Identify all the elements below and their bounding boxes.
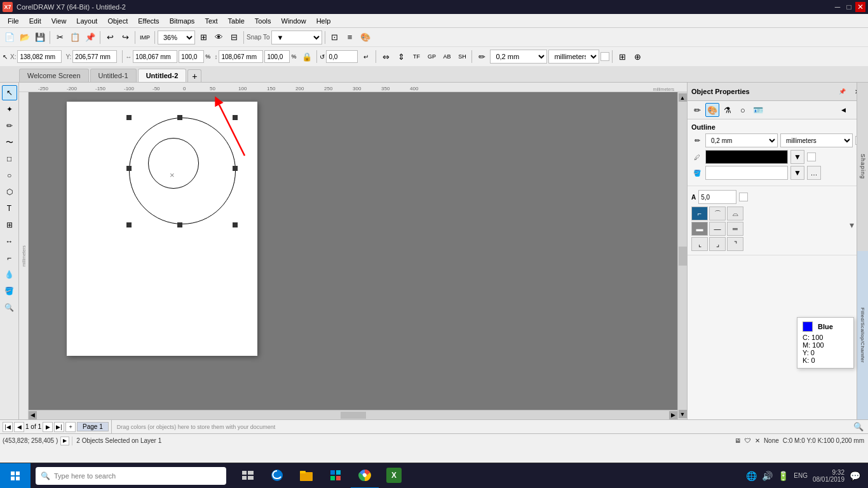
corner-lock-checkbox[interactable] [739,193,748,201]
outline-color-dropdown[interactable]: ▼ [790,150,804,164]
handle-tl[interactable] [126,115,132,120]
tool-table[interactable]: ⊞ [2,217,17,233]
scroll-bottom[interactable]: ◀ ▶ [29,410,677,419]
tool-polygon[interactable]: ⬡ [2,184,17,200]
network-icon[interactable]: 🌐 [746,471,757,481]
close-button[interactable]: ✕ [855,2,865,12]
scroll-up-button[interactable]: ▲ [679,93,687,102]
tool-rectangle[interactable]: □ [2,151,17,166]
page-last-button[interactable]: ▶| [54,422,64,432]
maximize-button[interactable]: □ [844,2,854,12]
menu-help[interactable]: Help [311,16,336,26]
prop-tab-outline[interactable]: ✏ [690,103,704,117]
handle-bm[interactable] [177,222,182,227]
outline-fill-picker[interactable] [705,166,788,180]
scroll-thumb-right[interactable] [679,247,687,266]
outline-color-picker[interactable] [705,150,788,164]
start-button[interactable] [0,463,31,489]
taskbar-task-view[interactable] [234,463,262,489]
w-pct-input[interactable] [179,50,204,63]
tab-welcome[interactable]: Welcome Screen [19,69,89,82]
scroll-thumb-bottom[interactable] [341,412,366,419]
menu-text[interactable]: Text [200,16,222,26]
menu-view[interactable]: View [46,16,72,26]
panel-expand-bottom[interactable]: ▾ [847,217,857,233]
outline-unit-dropdown[interactable]: millimeters [548,50,599,64]
extra-btn1[interactable]: ⊞ [615,50,629,64]
menu-table[interactable]: Table [223,16,250,26]
tab-add-button[interactable]: + [187,69,201,82]
page-prev-button[interactable]: ◀ [14,422,24,432]
handle-ml[interactable] [126,166,132,171]
h-pct-input[interactable] [264,50,290,63]
corner-btn-flat2[interactable]: — [709,222,726,236]
outline-unit-select[interactable]: millimeters [780,133,853,147]
tool-fill[interactable]: 🪣 [2,283,17,299]
handle-mr[interactable] [233,166,238,171]
snap-to-dropdown[interactable]: ▼ [271,30,322,44]
page-tab[interactable]: Page 1 [77,422,109,431]
tool-connector[interactable]: ⌐ [2,250,17,266]
copy-button[interactable]: 📋 [68,30,82,44]
transform-btn4[interactable]: SH [455,50,469,64]
menu-edit[interactable]: Edit [24,16,46,26]
new-button[interactable]: 📄 [3,30,17,44]
panel-expand-button[interactable]: ◀ [836,103,850,117]
snap-btn2[interactable]: ≡ [343,30,357,44]
corner-btn-bottom-left[interactable]: ⌞ [691,237,708,251]
outline-color-checkbox[interactable] [807,152,816,161]
menu-tools[interactable]: Tools [250,16,276,26]
mirror-v-button[interactable]: ⇕ [394,50,408,64]
rotation-input[interactable] [326,50,358,63]
zoom-dropdown[interactable]: 36% 50% 100% [158,30,195,44]
tool-eyedropper[interactable]: 💧 [2,267,17,282]
outline-width-select[interactable]: 0,2 mm [705,133,778,147]
save-button[interactable]: 💾 [33,30,47,44]
taskbar-store[interactable] [322,463,349,489]
tool-freehand[interactable]: ✏ [2,118,17,133]
page-first-button[interactable]: |◀ [3,422,13,432]
corner-btn-square[interactable]: ⌐ [691,207,708,220]
mirror-h-button[interactable]: ⇔ [379,50,393,64]
taskbar-search-box[interactable]: 🔍 [36,467,226,485]
outline-more-button[interactable]: … [807,166,821,180]
transform-btn2[interactable]: GP [424,50,438,64]
handle-tr[interactable] [233,115,238,120]
handle-br[interactable] [233,222,238,227]
battery-icon[interactable]: 🔋 [778,471,789,481]
tool-picker[interactable]: ✦ [2,102,17,117]
tool-ellipse[interactable]: ○ [2,168,17,183]
taskbar-edge[interactable] [263,463,291,489]
redo-button[interactable]: ↪ [118,30,132,44]
prop-tab-fill[interactable]: 🎨 [705,103,719,117]
menu-file[interactable]: File [3,16,24,26]
search-input[interactable] [54,472,221,480]
panel-pin-button[interactable]: 📌 [835,85,849,98]
corner-radius-input[interactable] [698,190,736,204]
taskbar-coreldraw[interactable]: X [380,463,408,489]
menu-bitmaps[interactable]: Bitmaps [165,16,200,26]
handle-tm[interactable] [177,115,182,120]
tool-dimension[interactable]: ↔ [2,234,17,249]
tool-text[interactable]: T [2,201,17,216]
menu-window[interactable]: Window [276,16,311,26]
open-button[interactable]: 📂 [18,30,32,44]
transform-btn1[interactable]: TF [409,50,423,64]
window-controls[interactable]: ─ □ ✕ [832,2,865,12]
color-btn[interactable]: 🎨 [358,30,372,44]
corner-btn-flat3[interactable]: ═ [727,222,743,236]
tab-untitled1[interactable]: Untitled-1 [90,69,137,82]
corner-btn-bottom-right[interactable]: ⌝ [727,237,743,251]
zoom-full-button[interactable]: ⊞ [196,30,210,44]
prop-tab-filter[interactable]: ⚗ [721,103,735,117]
zoom-fit-button[interactable]: 🔍 [851,420,865,434]
snap-btn1[interactable]: ⊡ [328,30,342,44]
minimize-button[interactable]: ─ [832,2,843,12]
corner-btn-bottom-mid[interactable]: ⌟ [709,237,726,251]
page-add-button[interactable]: + [65,422,76,432]
transform-btn3[interactable]: AB [440,50,454,64]
corner-btn-round2[interactable]: ⌓ [727,207,743,220]
corner-btn-flat[interactable]: ▬ [691,222,708,236]
outline-checkbox[interactable] [600,52,609,61]
taskbar-explorer[interactable] [292,463,320,489]
